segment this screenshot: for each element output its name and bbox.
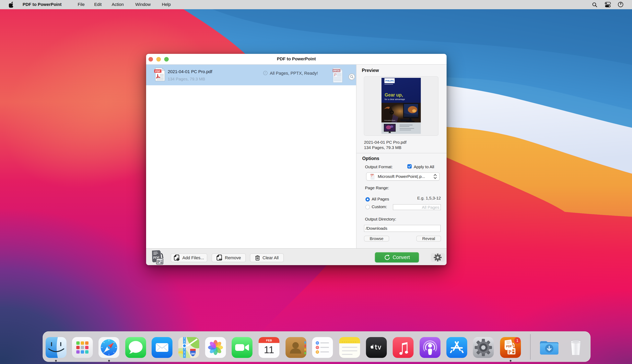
svg-text:P: P xyxy=(334,72,336,77)
svg-text:P: P xyxy=(371,175,372,178)
svg-text:Innovation✛you: Innovation✛you xyxy=(384,120,395,121)
svg-text:11: 11 xyxy=(264,344,274,355)
svg-text:PPTX: PPTX xyxy=(333,70,339,72)
svg-text:280: 280 xyxy=(191,352,195,355)
svg-text:PDF: PDF xyxy=(506,344,512,348)
svg-text:FEB: FEB xyxy=(266,339,272,342)
svg-text:1: 1 xyxy=(516,338,518,342)
svg-text:P: P xyxy=(508,349,511,355)
svg-text:P: P xyxy=(157,259,160,264)
svg-text:Gear up,: Gear up, xyxy=(385,92,403,98)
svg-text:PHILIPS: PHILIPS xyxy=(385,80,394,82)
svg-text:PDF: PDF xyxy=(155,70,161,73)
svg-text:PPTX: PPTX xyxy=(371,174,374,175)
svg-text:for a clear advantage: for a clear advantage xyxy=(385,98,405,100)
